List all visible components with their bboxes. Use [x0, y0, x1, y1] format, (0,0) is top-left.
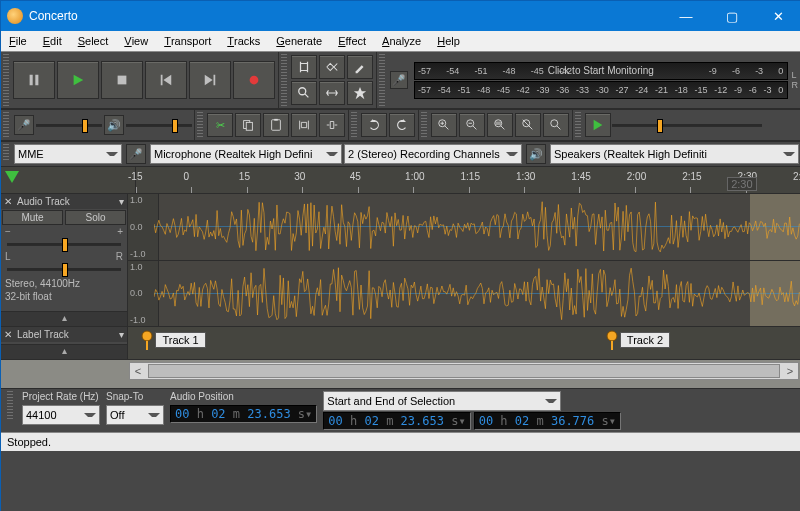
zoom-tool-icon[interactable] — [291, 81, 317, 105]
solo-button[interactable]: Solo — [65, 210, 126, 225]
svg-rect-4 — [161, 75, 163, 86]
toolbar-grip[interactable] — [421, 112, 427, 138]
recording-device-combo[interactable]: Microphone (Realtek High Defini — [150, 144, 342, 164]
zoom-out-button[interactable] — [459, 113, 485, 137]
skip-start-button[interactable] — [145, 61, 187, 99]
toolbar-grip[interactable] — [351, 112, 357, 138]
svg-rect-7 — [214, 75, 216, 86]
snap-combo[interactable]: Off — [106, 405, 164, 425]
label-marker[interactable]: Track 2 — [606, 330, 670, 350]
scroll-left-button[interactable]: < — [130, 365, 146, 377]
menu-view[interactable]: View — [116, 31, 156, 51]
record-button[interactable] — [233, 61, 275, 99]
playback-device-combo[interactable]: Speakers (Realtek High Definiti — [550, 144, 799, 164]
playback-meter[interactable]: -57-54-51-48-45-42-39-36-33-30-27-24-21-… — [414, 81, 788, 99]
recording-meter[interactable]: Click to Start Monitoring -57-54-51-48-4… — [414, 62, 788, 80]
toolbar-grip[interactable] — [379, 54, 385, 106]
timeshift-tool-icon[interactable] — [319, 81, 345, 105]
toolbar-grip[interactable] — [3, 54, 9, 106]
toolbar-grip[interactable] — [3, 144, 9, 162]
toolbar-grip[interactable] — [7, 391, 13, 419]
timeline-ruler[interactable]: -1501530451:001:151:301:452:002:152:302:… — [136, 167, 800, 193]
toolbar-grip[interactable] — [197, 112, 203, 138]
track-menu-button[interactable]: ▾ — [115, 329, 127, 340]
selection-mode-combo[interactable]: Start and End of Selection — [323, 391, 561, 411]
play-at-speed-button[interactable] — [585, 113, 611, 137]
scrollbar-thumb[interactable] — [148, 364, 780, 378]
track-close-button[interactable]: ✕ — [1, 195, 15, 209]
track-close-button[interactable]: ✕ — [1, 328, 15, 342]
selection-start-display[interactable]: 00 h 02 m 23.653 s▾ — [323, 412, 470, 430]
audio-position-display[interactable]: 00 h 02 m 23.653 s▾ — [170, 405, 317, 423]
fit-project-button[interactable] — [515, 113, 541, 137]
tracks-area: ✕ Audio Track ▾ Mute Solo −+ LR Stereo, … — [1, 194, 800, 388]
envelope-tool-icon[interactable] — [319, 55, 345, 79]
label-pin-icon — [606, 330, 618, 350]
audio-host-combo[interactable]: MME — [14, 144, 122, 164]
gain-slider[interactable] — [7, 237, 121, 251]
horizontal-scrollbar[interactable]: < > — [129, 362, 799, 380]
silence-button[interactable] — [319, 113, 345, 137]
selection-end-display[interactable]: 00 h 02 m 36.776 s▾ — [474, 412, 621, 430]
undo-button[interactable] — [361, 113, 387, 137]
copy-button[interactable] — [235, 113, 261, 137]
label-text[interactable]: Track 1 — [155, 332, 205, 348]
trim-button[interactable] — [291, 113, 317, 137]
menu-tracks[interactable]: Tracks — [219, 31, 268, 51]
menu-effect[interactable]: Effect — [330, 31, 374, 51]
stop-button[interactable] — [101, 61, 143, 99]
project-rate-label: Project Rate (Hz) — [22, 391, 100, 404]
zoom-in-button[interactable] — [431, 113, 457, 137]
speaker-icon: 🔊 — [526, 144, 546, 164]
toolbar-grip[interactable] — [281, 54, 287, 106]
menu-help[interactable]: Help — [429, 31, 468, 51]
track-menu-button[interactable]: ▾ — [115, 196, 127, 207]
recording-volume-slider[interactable] — [36, 118, 102, 132]
waveform-channel-left[interactable]: 1.00.0-1.0 — [128, 194, 800, 261]
skip-end-button[interactable] — [189, 61, 231, 99]
device-toolbar: MME 🎤 Microphone (Realtek High Defini 2 … — [1, 142, 800, 167]
menu-analyze[interactable]: Analyze — [374, 31, 429, 51]
menu-edit[interactable]: Edit — [35, 31, 70, 51]
mic-icon[interactable]: 🎤 — [390, 71, 408, 89]
playback-speed-slider[interactable] — [612, 118, 762, 132]
menu-transport[interactable]: Transport — [156, 31, 219, 51]
toolbar-grip[interactable] — [575, 112, 581, 138]
playback-volume-slider[interactable] — [126, 118, 192, 132]
menu-file[interactable]: File — [1, 31, 35, 51]
maximize-button[interactable]: ▢ — [709, 1, 755, 31]
project-rate-combo[interactable]: 44100 — [22, 405, 100, 425]
track-collapse-button[interactable]: ▴ — [1, 311, 127, 326]
status-bar: Stopped. — [1, 432, 800, 451]
draw-tool-icon[interactable] — [347, 55, 373, 79]
paste-button[interactable] — [263, 113, 289, 137]
timeline[interactable]: -1501530451:001:151:301:452:002:152:302:… — [1, 167, 800, 194]
menu-generate[interactable]: Generate — [268, 31, 330, 51]
cut-button[interactable]: ✂ — [207, 113, 233, 137]
scroll-right-button[interactable]: > — [782, 365, 798, 377]
pause-button[interactable] — [13, 61, 55, 99]
redo-button[interactable] — [389, 113, 415, 137]
menu-select[interactable]: Select — [70, 31, 117, 51]
waveform-channel-right[interactable]: 1.00.0-1.0 — [128, 261, 800, 327]
recording-device-value: Microphone (Realtek High Defini — [154, 148, 312, 160]
minimize-button[interactable]: — — [663, 1, 709, 31]
track-collapse-button[interactable]: ▴ — [1, 344, 127, 359]
timeline-corner — [1, 167, 136, 193]
mute-button[interactable]: Mute — [2, 210, 63, 225]
selection-tool-icon[interactable] — [291, 55, 317, 79]
label-track-body[interactable]: Track 1Track 2 — [128, 327, 800, 359]
label-marker[interactable]: Track 1 — [141, 330, 205, 350]
svg-rect-13 — [272, 120, 281, 131]
close-button[interactable]: ✕ — [755, 1, 800, 31]
pan-slider[interactable] — [7, 262, 121, 276]
label-text[interactable]: Track 2 — [620, 332, 670, 348]
audio-track: ✕ Audio Track ▾ Mute Solo −+ LR Stereo, … — [1, 194, 800, 327]
recording-channels-combo[interactable]: 2 (Stereo) Recording Channels — [344, 144, 522, 164]
zoom-toggle-button[interactable] — [543, 113, 569, 137]
multi-tool-icon[interactable] — [347, 81, 373, 105]
toolbar-grip[interactable] — [3, 112, 9, 138]
fit-selection-button[interactable] — [487, 113, 513, 137]
play-button[interactable] — [57, 61, 99, 99]
playhead-icon[interactable] — [5, 171, 19, 190]
